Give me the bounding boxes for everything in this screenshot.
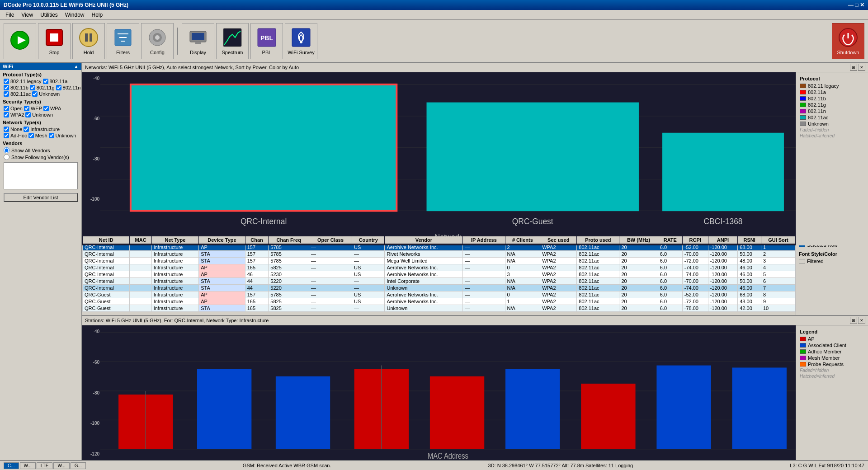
titlebar-title: DCode Pro 10.0.0.115 LE WiFi5 GHz UNII (… <box>4 2 128 8</box>
svg-rect-5 <box>85 33 88 42</box>
run-button[interactable] <box>4 23 36 59</box>
col-mac[interactable]: MAC <box>130 236 151 244</box>
menu-file[interactable]: File <box>2 11 18 19</box>
display-button[interactable]: Display <box>182 23 214 59</box>
stop-button[interactable]: Stop <box>38 23 71 59</box>
stations-table-area[interactable]: Net ID MAC Net Type Device Type Chan Cha… <box>82 236 796 315</box>
security-wep-check[interactable] <box>24 106 29 111</box>
col-rsni[interactable]: RSNI <box>738 236 761 244</box>
left-panel: WiFi ▲ Protocol Type(s) 802.11 legacy 80… <box>0 63 82 460</box>
networks-title: Networks: WiFi 5 GHz UNII (5 GHz), Auto … <box>85 65 299 70</box>
table-row[interactable]: QRC-InternalInfrastructureAP1655825—USAe… <box>83 264 796 271</box>
col-clients[interactable]: # Clients <box>505 236 540 244</box>
unknown-label: Unknown <box>39 91 60 97</box>
left-panel-collapse[interactable]: ▲ <box>74 64 79 69</box>
vendor-list-box <box>4 162 78 189</box>
font-style-title: Font Style/Color <box>799 251 865 257</box>
legend-legacy: 802.11 legacy <box>800 83 864 89</box>
network-none-check[interactable] <box>4 127 9 132</box>
network-infra-check[interactable] <box>24 127 29 132</box>
menubar: File View Utilities Window Help <box>0 10 868 20</box>
legend-11ac: 802.11ac <box>800 115 864 120</box>
col-vendor[interactable]: Vendor <box>385 236 463 244</box>
protocol-unknown-check[interactable] <box>32 91 38 97</box>
filters-button[interactable]: Filters <box>107 23 139 59</box>
shutdown-button[interactable]: Shutdown <box>832 23 864 59</box>
status-tab-w2[interactable]: W... <box>53 462 69 469</box>
col-bw[interactable]: BW (MHz) <box>619 236 658 244</box>
protocol-11a-check[interactable] <box>43 79 48 84</box>
pbl-button[interactable]: PBL PBL <box>250 23 283 59</box>
spectrum-button[interactable]: Spectrum <box>216 23 249 59</box>
menu-view[interactable]: View <box>18 11 37 19</box>
svg-text:CBCI-1368: CBCI-1368 <box>704 217 743 226</box>
config-label: Config <box>150 50 165 55</box>
network-adhoc-check[interactable] <box>4 133 9 138</box>
networks-close-button[interactable]: ✕ <box>858 64 865 71</box>
security-wpa2-check[interactable] <box>4 112 9 118</box>
vendors-all-radio[interactable] <box>4 147 9 153</box>
stations-chart-close-btn[interactable]: ✕ <box>858 317 865 324</box>
close-button[interactable]: ✕ <box>860 2 864 8</box>
col-gui-sort[interactable]: GUI Sort <box>761 236 795 244</box>
security-wpa-check[interactable] <box>43 106 49 111</box>
stations-chart-float-btn[interactable]: ⊞ <box>850 317 857 324</box>
status-tab-lte[interactable]: LTE <box>37 462 53 469</box>
menu-window[interactable]: Window <box>61 11 88 19</box>
col-net-id[interactable]: Net ID <box>83 236 130 244</box>
status-tabs: C... W... LTE W... G... <box>4 462 86 469</box>
col-country[interactable]: Country <box>352 236 385 244</box>
status-tab-c[interactable]: C... <box>4 462 19 469</box>
table-row[interactable]: QRC-InternalInfrastructureAP465230—USAer… <box>83 271 796 278</box>
col-chan-freq[interactable]: Chan Freq <box>269 236 309 244</box>
protocol-legacy-check[interactable] <box>4 79 9 84</box>
table-row[interactable]: QRC-GuestInfrastructureSTA1655825——Unkno… <box>83 305 796 312</box>
protocol-11n-check[interactable] <box>56 85 61 90</box>
menu-utilities[interactable]: Utilities <box>37 11 61 19</box>
security-unknown-check[interactable] <box>25 112 31 118</box>
table-row[interactable]: QRC-InternalInfrastructureSTA445220——Int… <box>83 278 796 285</box>
col-chan[interactable]: Chan <box>245 236 269 244</box>
security-open-check[interactable] <box>4 106 9 111</box>
status-tab-g[interactable]: G... <box>71 462 86 469</box>
filters-label: Filters <box>116 50 130 55</box>
col-rate[interactable]: RATE <box>658 236 682 244</box>
legend-probe: Probe Requests <box>800 362 864 367</box>
protocol-11ac-check[interactable] <box>4 91 9 97</box>
col-oper-class[interactable]: Oper Class <box>309 236 352 244</box>
hold-button[interactable]: Hold <box>72 23 105 59</box>
network-mesh-check[interactable] <box>28 133 34 138</box>
table-row[interactable]: QRC-GuestInfrastructureAP1655825—USAeroh… <box>83 298 796 305</box>
col-proto[interactable]: Proto used <box>577 236 619 244</box>
menu-help[interactable]: Help <box>88 11 107 19</box>
edit-vendor-list-button[interactable]: Edit Vendor List <box>4 193 78 202</box>
config-button[interactable]: Config <box>141 23 174 59</box>
col-net-type[interactable]: Net Type <box>151 236 198 244</box>
network-adhoc-row: Ad-Hoc Mesh Unknown <box>0 132 81 139</box>
col-rcpi[interactable]: RCPI <box>682 236 708 244</box>
table-row[interactable]: QRC-InternalInfrastructureSTA1575785——Ri… <box>83 251 796 258</box>
status-tab-w1[interactable]: W... <box>20 462 36 469</box>
table-row[interactable]: QRC-GuestInfrastructureAP1575785—USAeroh… <box>83 291 796 298</box>
col-ip[interactable]: IP Address <box>463 236 505 244</box>
svg-point-21 <box>300 41 302 43</box>
protocol-11g-check[interactable] <box>30 85 35 90</box>
network-unknown-check[interactable] <box>49 133 54 138</box>
stations-legend: Legend AP Associated Client Adhoc Member <box>796 325 868 460</box>
wifi-survey-button[interactable]: WiFi Survey <box>285 23 317 59</box>
networks-chart-area: -40 -60 -80 -100 -120 <box>82 72 868 245</box>
col-anpi[interactable]: ANPI <box>708 236 738 244</box>
vendors-following-radio[interactable] <box>4 154 9 160</box>
table-row[interactable]: QRC-InternalInfrastructureSTA445220——Unk… <box>83 285 796 291</box>
networks-float-button[interactable]: ⊞ <box>850 64 857 71</box>
table-row[interactable]: QRC-InternalInfrastructureSTA1575785——Me… <box>83 258 796 264</box>
minimize-button[interactable]: — <box>848 2 854 8</box>
maximize-button[interactable]: □ <box>855 2 858 8</box>
stations-table-header: Net ID MAC Net Type Device Type Chan Cha… <box>83 236 796 244</box>
col-device-type[interactable]: Device Type <box>199 236 245 244</box>
svg-rect-3 <box>50 33 58 42</box>
col-sec[interactable]: Sec used <box>540 236 577 244</box>
hold-label: Hold <box>84 50 94 55</box>
protocol-11b-check[interactable] <box>4 85 9 90</box>
vendors-label: Vendors <box>0 139 81 147</box>
